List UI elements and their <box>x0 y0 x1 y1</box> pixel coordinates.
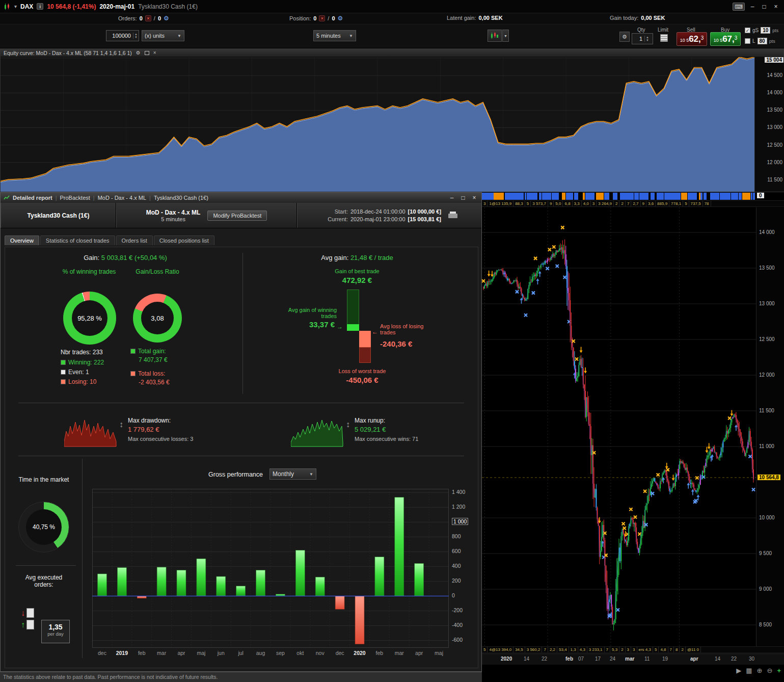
maximize-window-button[interactable]: □ <box>760 3 768 10</box>
report-window-tab[interactable]: Detailed report <box>13 195 52 201</box>
position-strip-segment <box>585 193 594 200</box>
chart-type-caret-button[interactable]: ▼ <box>502 30 509 42</box>
order-settings-wrench-icon[interactable]: ⚙ <box>619 32 630 42</box>
performance-x-tick: sep <box>271 650 290 656</box>
print-icon[interactable] <box>448 212 457 219</box>
modify-probacktest-button[interactable]: Modify ProBacktest <box>207 211 267 221</box>
report-tab-closed-positions-list[interactable]: Closed positions list <box>154 235 214 245</box>
gs-value[interactable]: 10 <box>761 27 770 34</box>
ticker-value: 7 <box>626 201 631 206</box>
cancel-orders-icon[interactable]: × <box>145 15 151 21</box>
report-tab-orders-list[interactable]: Orders list <box>116 235 153 245</box>
equity-close-icon[interactable]: × <box>153 50 156 56</box>
report-tab-statistics-of-closed-trades[interactable]: Statistics of closed trades <box>40 235 115 245</box>
minimize-window-button[interactable]: – <box>748 3 756 10</box>
info-icon[interactable]: i <box>37 3 43 10</box>
report-tab-overview[interactable]: Overview <box>5 235 39 245</box>
avg-gain-headline: Avg gain: 21,48 € / trade <box>245 254 469 261</box>
equity-y-tick: 14 000 <box>767 90 782 95</box>
scroll-right-button[interactable]: ▶ <box>736 667 741 674</box>
position-settings-gear-icon[interactable]: ⚙ <box>338 15 343 22</box>
instrument-dropdown-caret-icon[interactable]: ▾ <box>14 4 17 9</box>
timeframe-caret-icon: ▼ <box>349 34 353 38</box>
qty-stepper[interactable]: 1 ▲▼ <box>632 33 653 44</box>
qty-value: 1 <box>632 36 644 42</box>
units-stepper[interactable]: 100000 ▲▼ <box>106 30 139 41</box>
order-book-icon[interactable] <box>660 34 668 42</box>
monthly-performance-svg <box>92 489 449 648</box>
position-strip-segment <box>482 193 488 200</box>
equity-y-tick: 14 500 <box>767 72 782 78</box>
time-divider <box>16 565 76 566</box>
position-strip-segment <box>739 193 742 200</box>
units-mode-dropdown[interactable]: (x) units▼ <box>142 30 184 41</box>
ticker-value: 9 <box>641 201 646 206</box>
position-strip-segment <box>539 193 542 200</box>
ticker-value: 78 <box>703 201 711 206</box>
latent-gain-label: Latent gain: <box>447 15 476 21</box>
ticker-value: 88,3 <box>513 201 525 206</box>
best-trade-bar <box>347 290 359 326</box>
max-drawdown-sparkline: ↕ <box>64 411 121 448</box>
report-window-tab[interactable]: Tyskland30 Cash (1€) <box>154 195 208 201</box>
performance-period-dropdown[interactable]: Monthly▼ <box>269 468 316 480</box>
report-close-button[interactable]: × <box>470 194 478 201</box>
limit-label: Limit <box>658 27 668 33</box>
report-minimize-button[interactable]: – <box>448 194 456 201</box>
close-position-icon[interactable]: × <box>319 15 325 21</box>
zoom-in-button[interactable]: ⊕ <box>757 667 763 674</box>
report-maximize-button[interactable]: □ <box>459 194 467 201</box>
losing-legend-swatch <box>61 379 66 384</box>
units-spinner-icons[interactable]: ▲▼ <box>133 33 139 39</box>
start-value: [10 000,00 €] <box>408 208 441 216</box>
position-strip-segment <box>704 193 707 200</box>
position-label: Position: <box>289 15 311 21</box>
orders-label: Orders: <box>118 15 137 21</box>
price-y-axis: 14 00013 50013 00012 50012 00011 50011 0… <box>756 207 784 646</box>
orders-count-2: 0 <box>158 15 161 21</box>
total-loss-item: Total loss: -2 403,56 € <box>130 370 170 386</box>
price-y-tick: 11 500 <box>759 408 774 413</box>
l-value[interactable]: 80 <box>758 38 767 44</box>
price-chart[interactable]: 14 00013 50013 00012 50012 00011 50011 0… <box>482 207 784 646</box>
date-axis-tick: 11 <box>644 656 650 662</box>
equity-settings-wrench-icon[interactable]: ⚙ <box>136 50 141 56</box>
monthly-performance-chart[interactable] <box>92 489 449 649</box>
timeframe-dropdown[interactable]: 5 minutes▼ <box>313 30 356 41</box>
report-window-tab[interactable]: MoD - Dax - 4.x ML <box>98 195 146 201</box>
gs-checkbox[interactable]: ✓ <box>745 28 750 33</box>
equity-restore-icon[interactable] <box>145 51 149 55</box>
gain-today-label: Gain today: <box>610 15 638 21</box>
performance-y-tick: -200 <box>452 607 463 613</box>
calendar-icon[interactable]: ▦ <box>746 667 752 674</box>
zoom-out-button[interactable]: ⊖ <box>767 667 773 674</box>
window-titlebar: ▾ DAX i 10 564,8 (-1,41%) 2020-maj-01 Ty… <box>0 0 784 13</box>
chart-type-button[interactable] <box>488 30 502 42</box>
add-indicator-button[interactable]: + <box>777 667 781 674</box>
instrument-full-name: Tyskland30 Cash (1€) <box>138 3 198 10</box>
price-y-tick: 13 000 <box>759 301 775 306</box>
position-strip-segment <box>751 193 753 200</box>
performance-x-tick: 2019 <box>112 650 132 656</box>
buy-button[interactable]: 10 567,3 <box>710 32 741 46</box>
position-strip-segment <box>742 193 750 200</box>
l-checkbox[interactable] <box>745 38 750 44</box>
nbr-trades-value: 233 <box>93 349 103 356</box>
qty-spinner-icons[interactable]: ▲▼ <box>644 36 650 42</box>
winning-trades-donut: 95,28 % <box>63 292 116 345</box>
ticker-row-bottom: 54@13 394,034,53 560,272,253,41,34,33 23… <box>482 646 784 653</box>
equity-panel-titlebar[interactable]: Equity curve: MoD - Dax - 4.x ML (58 71 … <box>1 49 783 57</box>
keyboard-icon[interactable]: ⌨ <box>733 3 745 11</box>
close-window-button[interactable]: × <box>772 3 780 10</box>
orders-settings-gear-icon[interactable]: ⚙ <box>164 15 169 22</box>
report-window-tab[interactable]: ProBacktest <box>60 195 90 201</box>
equity-curve-chart[interactable]: 15 00414 50014 00013 50013 00012 50012 0… <box>1 57 784 192</box>
sell-button[interactable]: 10 562,3 <box>677 32 707 46</box>
equity-curve-panel: Equity curve: MoD - Dax - 4.x ML (58 71 … <box>0 48 784 192</box>
ticker-value: 4,3 <box>578 647 587 652</box>
report-titlebar[interactable]: Detailed report|ProBacktest|MoD - Dax - … <box>1 193 481 203</box>
start-label: Start: <box>321 208 348 216</box>
date-axis-tick: 19 <box>662 656 668 662</box>
worst-trade-label: Loss of worst trade <box>311 368 413 374</box>
time-in-market-value: 40,75 % <box>33 523 55 531</box>
